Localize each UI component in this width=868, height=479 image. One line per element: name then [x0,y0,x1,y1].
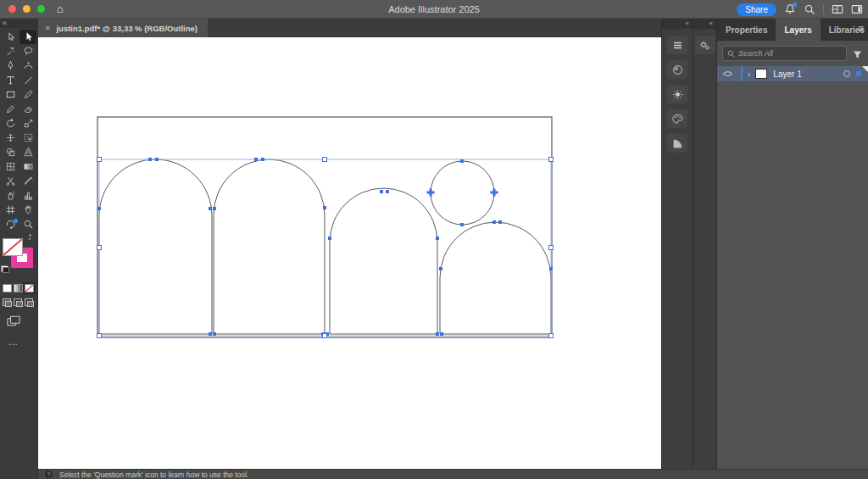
perspective-grid-tool[interactable] [19,145,36,159]
type-tool[interactable] [2,73,19,87]
anchor-point[interactable] [148,158,152,161]
pencil-tool[interactable] [2,102,19,116]
swap-fill-stroke-icon[interactable]: ⤴ [28,233,32,242]
sphere-panel-button[interactable] [667,60,687,79]
artboard-canvas[interactable] [38,37,661,469]
anchor-point[interactable] [254,158,258,161]
question-mark-icon[interactable]: ? [45,471,53,478]
arch-path-3[interactable] [330,188,437,334]
anchor-point[interactable] [436,332,439,336]
search-input[interactable] [738,49,842,58]
gears-panel-button[interactable] [695,36,715,54]
scale-tool[interactable] [19,116,36,131]
document-tab[interactable]: × justin1.pdf* @ 33,33 % (RGB/Outline) [38,19,208,37]
dock-collapse-icon[interactable]: « [693,19,716,29]
filter-funnel-icon[interactable] [852,48,863,59]
bbox-handle[interactable] [323,158,327,162]
bbox-handle[interactable] [97,334,102,338]
zoom-tool[interactable] [19,217,36,231]
curvature-tool[interactable] [19,58,36,73]
selected-anchor-cross[interactable] [491,189,498,197]
selection-tool[interactable] [19,30,36,44]
close-tab-icon[interactable]: × [45,23,50,33]
share-button[interactable]: Share [737,3,776,16]
menu-lines-panel-button[interactable] [667,36,687,54]
tab-layers[interactable]: Layers [776,19,820,41]
palette-panel-button[interactable] [667,109,687,128]
expand-chevron-icon[interactable]: › [748,70,750,79]
layer-selected-indicator[interactable] [856,71,861,76]
draw-behind-button[interactable] [14,298,22,306]
eyedropper-tool[interactable] [19,174,36,188]
anchor-point[interactable] [328,237,331,240]
anchor-point[interactable] [436,237,439,240]
anchor-point[interactable] [498,220,502,224]
rotate-tool[interactable] [2,116,19,131]
free-transform-tool[interactable] [19,131,36,145]
anchor-point[interactable] [460,159,464,163]
tab-properties[interactable]: Properties [717,19,776,41]
layer-row[interactable]: › Layer 1 [717,66,868,81]
rectangle-tool[interactable] [2,87,19,102]
width-tool[interactable] [2,131,19,145]
bbox-handle[interactable] [323,334,327,338]
circle-path[interactable] [431,161,494,225]
anchor-point[interactable] [439,267,442,270]
none-swatch-button[interactable] [25,284,34,292]
gradient-tool[interactable] [19,159,36,174]
anchor-point[interactable] [213,332,216,336]
anchor-point[interactable] [386,190,389,193]
panel-menu-icon[interactable]: ≡ [858,24,864,34]
workspace-switcher-icon[interactable] [832,3,843,15]
color-swatch-button[interactable] [3,284,12,292]
mesh-tool[interactable] [2,159,19,174]
anchor-point[interactable] [460,223,464,226]
anchor-point[interactable] [209,332,212,336]
visibility-eye-icon[interactable] [722,70,733,77]
anchor-point[interactable] [213,207,216,210]
bbox-handle[interactable] [97,246,102,250]
rotate-view-tool[interactable] [2,217,19,231]
graph-tool[interactable] [19,188,36,203]
arch-path-2[interactable] [214,159,325,334]
artboard-tool[interactable] [2,203,19,217]
bbox-handle[interactable] [549,158,554,162]
layer-thumbnail[interactable] [755,69,767,79]
layer-target-icon[interactable] [843,70,850,77]
magic-wand-tool[interactable] [2,44,19,58]
panel-layout-icon[interactable] [851,3,863,15]
draw-normal-button[interactable] [3,298,11,306]
eraser-tool[interactable] [19,102,36,116]
tools-panel-collapse-icon[interactable]: « [0,19,37,28]
notifications-bell-icon[interactable] [784,3,796,15]
layer-name[interactable]: Layer 1 [773,70,843,79]
dock-collapse-icon[interactable]: « [662,19,693,29]
pen-tool[interactable] [2,58,19,73]
edit-toolbar-button[interactable]: … [8,337,37,347]
anchor-point[interactable] [492,220,496,224]
paintbrush-tool[interactable] [19,87,36,102]
anchor-point[interactable] [97,207,101,210]
scissors-tool[interactable] [2,174,19,188]
symbol-sprayer-tool[interactable] [2,188,19,203]
screen-mode-button[interactable] [7,315,37,330]
bbox-handle[interactable] [549,334,554,338]
anchor-point[interactable] [209,207,212,210]
anchor-point[interactable] [323,206,326,209]
anchor-point[interactable] [155,158,159,161]
fill-swatch-none[interactable] [3,238,23,256]
anchor-point[interactable] [261,158,264,161]
lasso-tool[interactable] [19,44,36,58]
anchor-point[interactable] [549,267,553,270]
selected-anchor-cross[interactable] [427,189,435,197]
arch-path-1[interactable] [99,159,212,334]
direct-selection-tool[interactable] [2,30,19,44]
search-box[interactable] [722,46,847,61]
search-icon[interactable] [804,3,815,15]
bbox-handle[interactable] [97,158,102,162]
bbox-handle[interactable] [549,246,554,250]
hand-tool[interactable] [19,203,36,217]
anchor-point[interactable] [440,332,443,336]
arch-path-4[interactable] [440,222,551,334]
anchor-point[interactable] [380,190,383,193]
